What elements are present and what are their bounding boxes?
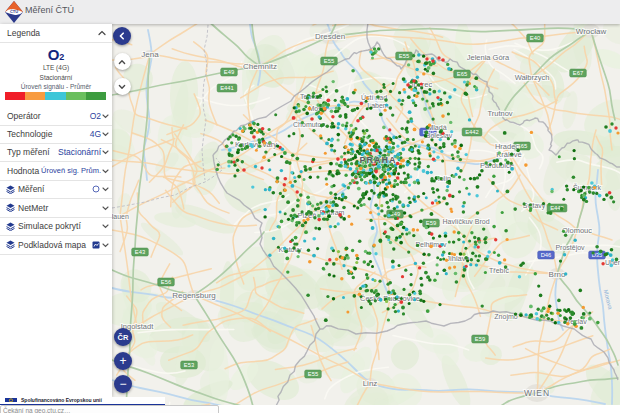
svg-text:Linz: Linz (363, 379, 378, 388)
svg-text:Ústí nad: Ústí nad (361, 93, 387, 101)
svg-text:E65: E65 (457, 71, 467, 77)
svg-text:Chemnitz: Chemnitz (243, 62, 277, 71)
svg-text:E67: E67 (573, 70, 583, 76)
svg-text:E55: E55 (399, 53, 409, 59)
svg-text:Dresden: Dresden (315, 32, 345, 41)
svg-text:E49: E49 (224, 69, 234, 75)
svg-text:E53: E53 (184, 362, 194, 368)
svg-text:E59: E59 (475, 336, 485, 342)
svg-text:Regensburg: Regensburg (172, 291, 216, 300)
svg-text:Jena: Jena (141, 50, 159, 59)
svg-text:E55: E55 (308, 371, 318, 377)
svg-text:E441: E441 (220, 85, 234, 91)
svg-text:D46: D46 (541, 252, 552, 258)
svg-text:E40: E40 (530, 35, 540, 41)
svg-text:Olomouc: Olomouc (562, 226, 592, 235)
svg-text:Wrocław: Wrocław (576, 27, 607, 36)
svg-text:E442: E442 (465, 129, 479, 135)
svg-text:Brno: Brno (549, 270, 566, 279)
svg-text:E56: E56 (161, 279, 171, 285)
svg-text:PRAHA: PRAHA (359, 155, 396, 165)
svg-text:WIEN: WIEN (524, 388, 550, 398)
svg-text:Wałbrzych: Wałbrzych (515, 73, 550, 82)
svg-text:Prostějov: Prostějov (555, 244, 585, 252)
svg-text:E55: E55 (324, 58, 334, 64)
svg-text:Jelenia Góra: Jelenia Góra (467, 53, 510, 62)
svg-text:Havlíčkuv Brod: Havlíčkuv Brod (442, 218, 489, 225)
svg-text:ČTÚ: ČTÚ (10, 9, 18, 14)
svg-text:Trutnov: Trutnov (487, 109, 512, 118)
svg-text:E43: E43 (135, 249, 145, 255)
